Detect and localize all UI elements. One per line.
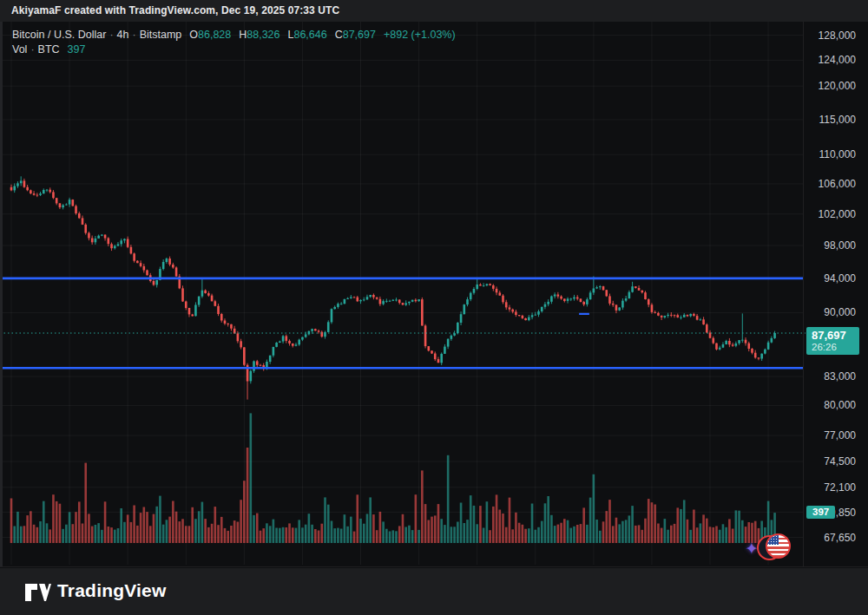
volume-value: 397: [68, 43, 86, 56]
price-axis-label: 98,000: [824, 239, 856, 252]
ohlc-open: O86,828: [189, 29, 231, 41]
flag-canton: [767, 535, 779, 545]
candlestick-chart[interactable]: [0, 22, 868, 568]
last-price-value: 87,697: [812, 329, 854, 342]
price-axis-label: 90,000: [824, 306, 856, 318]
price-axis-label: 128,000: [819, 29, 856, 42]
attribution-bar: AkiyamaF created with TradingView.com, D…: [0, 0, 868, 22]
candlestick-series: [10, 176, 776, 399]
grid: [0, 22, 803, 565]
legend-symbol-row[interactable]: Bitcoin / U.S. Dollar·4h·BitstampO86,828…: [12, 28, 456, 43]
bar-countdown: 26:26: [812, 342, 854, 352]
price-axis-label: 106,000: [819, 178, 856, 190]
exchange-label: Bitstamp: [140, 29, 182, 41]
left-edge-strip: [0, 22, 3, 566]
tradingview-logo-icon[interactable]: [24, 582, 52, 603]
chart-region[interactable]: Bitcoin / U.S. Dollar·4h·BitstampO86,828…: [0, 22, 868, 568]
price-axis-label: 115,000: [819, 114, 857, 126]
ohlc-low: L86,646: [288, 29, 327, 41]
attribution-text: AkiyamaF created with TradingView.com, D…: [11, 4, 339, 16]
footer-bar: TradingView: [0, 568, 868, 615]
event-icons[interactable]: ✦: [745, 532, 793, 565]
price-axis-label: 94,000: [824, 272, 856, 285]
price-axis-label: 110,000: [819, 148, 857, 160]
volume-symbol: BTC: [38, 43, 60, 56]
price-axis-label: 120,000: [819, 80, 856, 92]
chart-legend[interactable]: Bitcoin / U.S. Dollar·4h·BitstampO86,828…: [12, 28, 456, 57]
legend-volume-row[interactable]: Vol·BTC397: [12, 43, 456, 57]
tradingview-snapshot: AkiyamaF created with TradingView.com, D…: [0, 0, 868, 615]
brand-name[interactable]: TradingView: [57, 580, 167, 601]
price-axis-label: 83,000: [824, 370, 856, 383]
interval-label[interactable]: 4h: [117, 29, 129, 41]
ohlc-high: H88,326: [239, 29, 279, 41]
us-flag-event-icon[interactable]: [766, 533, 791, 559]
price-axis-label: 124,000: [819, 54, 856, 66]
price-axis-label: 102,000: [819, 208, 856, 220]
ohlc-close: C87,697: [335, 29, 376, 41]
current-volume-badge: 397: [806, 506, 835, 519]
price-axis-label: 77,000: [824, 429, 856, 442]
change-label: +892 (+1.03%): [384, 29, 456, 41]
symbol-title[interactable]: Bitcoin / U.S. Dollar: [12, 29, 106, 41]
price-axis-label: 72,100: [824, 481, 856, 494]
volume-label: Vol: [12, 43, 27, 56]
price-axis-label: 74,500: [824, 455, 856, 468]
price-axis[interactable]: 128,000124,000120,000115,000110,000106,0…: [803, 22, 868, 566]
volume-series: [10, 413, 776, 543]
horizontal-line-drawings[interactable]: [0, 278, 803, 368]
price-axis-label: 80,000: [824, 399, 856, 411]
last-price-badge: 87,697 26:26: [806, 327, 859, 355]
price-axis-label: 67,650: [824, 532, 856, 544]
